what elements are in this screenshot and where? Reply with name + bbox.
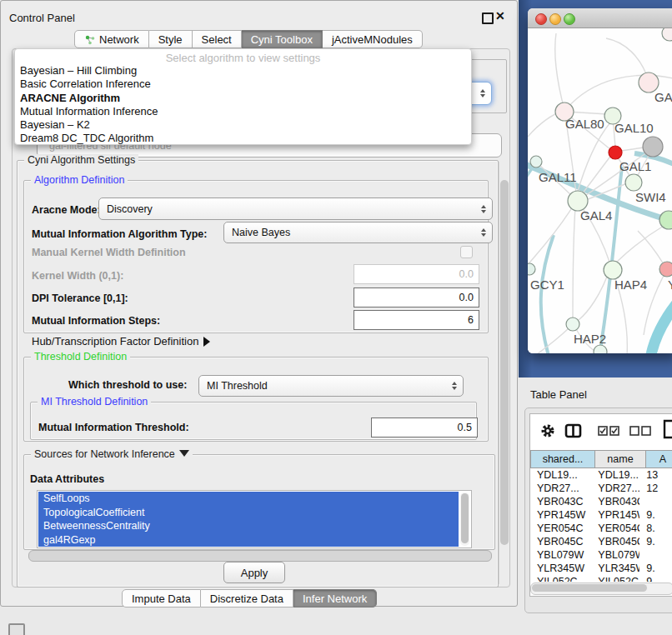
table-row[interactable]: YDL19...YDL19...13 bbox=[530, 468, 672, 482]
tab-cyni-toolbox[interactable]: Cyni Toolbox bbox=[242, 30, 323, 48]
attribute-item[interactable]: TopologicalCoefficient bbox=[38, 506, 459, 520]
kernel-width-field[interactable]: 0.0 bbox=[354, 264, 479, 284]
minimize-traffic-light-icon[interactable] bbox=[549, 13, 561, 25]
collapsed-panel-icon[interactable] bbox=[8, 623, 25, 635]
network-node-hap2[interactable] bbox=[566, 318, 579, 331]
attribute-item[interactable]: BetweennessCentrality bbox=[38, 519, 459, 533]
table-row[interactable]: YBR045CYBR045C9. bbox=[530, 535, 672, 548]
document-icon[interactable] bbox=[662, 419, 672, 439]
which-threshold-combo[interactable]: MI Threshold bbox=[198, 375, 464, 397]
tab-infer-network[interactable]: Infer Network bbox=[293, 589, 377, 608]
tab-discretize-data[interactable]: Discretize Data bbox=[201, 589, 293, 608]
mi-type-combo[interactable]: Naive Bayes bbox=[223, 222, 493, 243]
aracne-mode-combo[interactable]: Discovery bbox=[98, 198, 493, 220]
table-cell[interactable]: YBR043C bbox=[530, 495, 591, 508]
attributes-scrollbar[interactable] bbox=[460, 492, 469, 546]
table-cell[interactable]: YDL19... bbox=[591, 468, 639, 482]
table-cell[interactable]: YPR145W bbox=[591, 508, 639, 522]
table-cell[interactable]: YER054C bbox=[591, 522, 639, 535]
table-row[interactable]: YBL079WYBL079W bbox=[530, 548, 672, 562]
close-traffic-light-icon[interactable] bbox=[535, 13, 547, 25]
table-cell[interactable]: YLR345W bbox=[530, 562, 591, 575]
table-row[interactable]: YPR145WYPR145W9. bbox=[530, 508, 672, 522]
column-header-3[interactable]: A bbox=[646, 450, 672, 468]
settings-vertical-scrollbar[interactable] bbox=[499, 162, 509, 584]
table-cell[interactable]: 9 bbox=[639, 575, 672, 582]
network-node-gal1[interactable] bbox=[625, 174, 642, 191]
algorithm-option[interactable]: Dream8 DC_TDC Algorithm bbox=[15, 132, 471, 145]
network-node[interactable] bbox=[609, 146, 622, 159]
table-cell[interactable]: 8. bbox=[639, 522, 672, 535]
table-cell[interactable]: 9. bbox=[639, 508, 672, 522]
network-window-titlebar[interactable] bbox=[528, 8, 672, 28]
table-cell[interactable]: 12 bbox=[639, 482, 672, 495]
gear-icon[interactable] bbox=[540, 423, 555, 438]
table-cell[interactable]: YBR045C bbox=[591, 535, 639, 548]
network-node-swi4[interactable] bbox=[659, 211, 672, 229]
table-row[interactable]: YER054CYER054C8. bbox=[530, 522, 672, 535]
apply-button[interactable]: Apply bbox=[223, 562, 285, 583]
table-cell[interactable]: 13 bbox=[639, 468, 672, 482]
attributes-scrollbar-thumb[interactable] bbox=[461, 493, 469, 543]
table-cell[interactable]: 9. bbox=[639, 562, 672, 575]
table-cell[interactable]: YBR043C bbox=[591, 495, 639, 508]
sources-group-title[interactable]: Sources for Network Inference bbox=[31, 448, 193, 460]
table-cell[interactable]: YPR145W bbox=[530, 508, 591, 522]
manual-kernel-checkbox[interactable] bbox=[460, 246, 473, 258]
split-columns-icon[interactable] bbox=[564, 423, 582, 438]
settings-vertical-scrollbar-thumb[interactable] bbox=[500, 180, 509, 545]
table-cell[interactable] bbox=[639, 548, 672, 562]
tab-label: jActiveMNodules bbox=[332, 33, 413, 46]
table-row[interactable]: YDR27...YDR27...12 bbox=[530, 482, 672, 495]
network-node[interactable] bbox=[662, 28, 672, 41]
table-row[interactable]: YIL052CYIL052C9 bbox=[530, 575, 672, 582]
tab-select[interactable]: Select bbox=[193, 30, 242, 48]
table-cell[interactable]: YBL079W bbox=[591, 548, 639, 562]
table-cell[interactable]: YDR27... bbox=[591, 482, 639, 495]
table-cell[interactable]: YER054C bbox=[530, 522, 591, 535]
table-horizontal-scrollbar[interactable] bbox=[530, 582, 672, 595]
zoom-traffic-light-icon[interactable] bbox=[564, 13, 575, 25]
table-cell[interactable] bbox=[639, 495, 672, 508]
unchecked-boxes-icon[interactable] bbox=[629, 426, 651, 436]
table-horizontal-scrollbar-thumb[interactable] bbox=[532, 584, 647, 592]
dpi-tolerance-field[interactable]: 0.0 bbox=[354, 288, 479, 308]
network-canvas[interactable]: GALGAL80GAL10GAL1GAL11GAL4SWI4GCY1HAP4YH… bbox=[528, 28, 672, 353]
table-cell[interactable]: YLR345W bbox=[591, 562, 639, 575]
network-node[interactable] bbox=[594, 345, 607, 353]
column-header-1[interactable]: shared... bbox=[530, 450, 595, 468]
table-cell[interactable]: YDR27... bbox=[530, 482, 591, 495]
table-cell[interactable]: YIL052C bbox=[530, 575, 591, 582]
close-icon[interactable]: ✕ bbox=[495, 9, 505, 22]
mi-steps-field[interactable]: 6 bbox=[354, 310, 479, 330]
table-cell[interactable]: YBL079W bbox=[530, 548, 591, 562]
algorithm-option[interactable]: Basic Correlation Inference bbox=[15, 78, 471, 91]
attribute-item[interactable]: gal4RGexp bbox=[38, 533, 459, 548]
tab-style[interactable]: Style bbox=[149, 30, 193, 48]
algorithm-option[interactable]: Bayesian – Hill Climbing bbox=[15, 64, 471, 78]
table-row[interactable]: YLR345WYLR345W9. bbox=[530, 562, 672, 575]
network-node[interactable] bbox=[643, 137, 663, 157]
checked-boxes-icon[interactable] bbox=[598, 426, 619, 436]
table-cell[interactable]: YBR045C bbox=[530, 535, 591, 548]
column-header-2[interactable]: name bbox=[595, 450, 646, 468]
hub-definition-toggle[interactable]: Hub/Transcription Factor Definition bbox=[32, 335, 210, 348]
network-node-gcy1[interactable] bbox=[528, 263, 535, 275]
table-cell[interactable]: 9. bbox=[639, 535, 672, 548]
float-window-icon[interactable] bbox=[482, 12, 494, 24]
settings-horizontal-scrollbar-thumb[interactable] bbox=[28, 550, 492, 562]
tab-network[interactable]: Network bbox=[74, 30, 149, 48]
table-cell[interactable]: YDL19... bbox=[530, 468, 591, 482]
tab-jactivemnodules[interactable]: jActiveMNodules bbox=[323, 30, 423, 48]
network-node-gal11[interactable] bbox=[530, 156, 542, 168]
network-node-y[interactable] bbox=[659, 262, 672, 277]
attribute-item[interactable]: SelfLoops bbox=[38, 492, 459, 506]
table-row[interactable]: YBR043CYBR043C bbox=[530, 495, 672, 508]
tab-impute-data[interactable]: Impute Data bbox=[122, 589, 201, 608]
algorithm-option[interactable]: Bayesian – K2 bbox=[15, 118, 471, 132]
algorithm-option[interactable]: ARACNE Algorithm bbox=[15, 92, 471, 105]
network-node-hap4[interactable] bbox=[604, 261, 622, 279]
algorithm-option[interactable]: Mutual Information Inference bbox=[15, 105, 471, 118]
table-cell[interactable]: YIL052C bbox=[591, 575, 639, 582]
mi-threshold-field[interactable]: 0.5 bbox=[371, 418, 478, 438]
